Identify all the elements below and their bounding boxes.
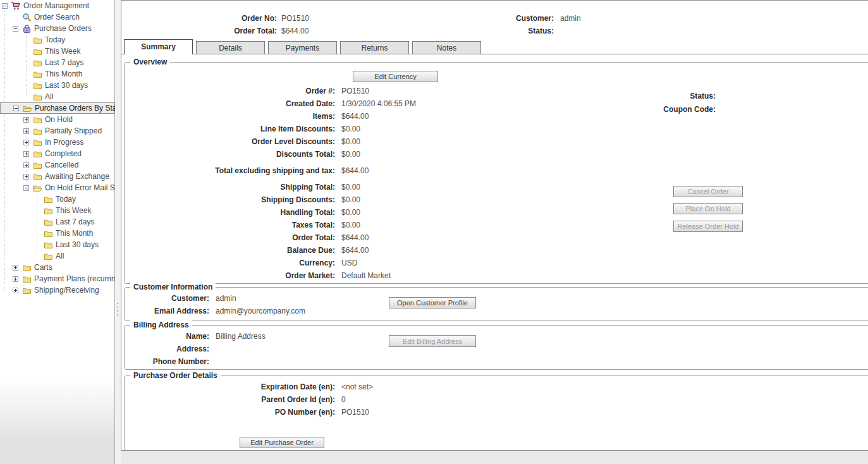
tree-item[interactable]: Awaiting Exchange — [0, 171, 114, 182]
collapse-minus-icon[interactable] — [13, 106, 19, 111]
tree-item-label: Carts — [34, 263, 55, 272]
release-order-hold-button[interactable]: Release Order Hold — [673, 221, 743, 232]
field-row: Expiration Date (en):<not set> — [125, 381, 567, 393]
field-label: Parent Order Id (en): — [125, 396, 335, 404]
expand-plus-icon[interactable] — [23, 151, 29, 157]
field-row: Order Market:Default Market — [125, 269, 567, 282]
folder-open-icon — [32, 183, 42, 193]
tree-item[interactable]: Last 7 days — [0, 57, 114, 68]
tab-notes[interactable]: Notes — [412, 41, 481, 54]
tree-item[interactable]: On Hold — [0, 114, 114, 125]
order-management-tree: Order ManagementOrder SearchPurchase Ord… — [0, 0, 114, 296]
expand-plus-icon[interactable] — [23, 128, 29, 134]
tree-item[interactable]: Today — [0, 34, 114, 46]
order-total-value: $644.00 — [281, 27, 309, 35]
tree-item-label: Last 7 days — [56, 217, 97, 226]
tree-item[interactable]: Carts — [0, 262, 114, 273]
expand-plus-icon[interactable] — [13, 276, 18, 282]
folder-icon — [21, 263, 32, 272]
tree-item[interactable]: This Week — [0, 46, 114, 57]
field-value: $644.00 — [341, 246, 369, 255]
tree-item-label: All — [45, 92, 56, 101]
folder-icon — [43, 229, 53, 238]
tree-item[interactable]: This Week — [0, 205, 114, 216]
tree-item[interactable]: Last 7 days — [0, 216, 114, 228]
tree-item[interactable]: All — [0, 91, 114, 102]
folder-icon — [32, 149, 42, 159]
field-row: Parent Order Id (en):0 — [125, 393, 567, 406]
field-label: Phone Number: — [125, 358, 209, 366]
expand-plus-icon[interactable] — [13, 288, 18, 293]
expand-plus-icon[interactable] — [23, 162, 29, 168]
tab-returns[interactable]: Returns — [340, 41, 409, 54]
tree-item[interactable]: In Progress — [0, 137, 114, 148]
collapse-minus-icon[interactable] — [13, 26, 18, 32]
field-row: PO Number (en):PO1510 — [125, 406, 567, 418]
folder-icon — [43, 217, 53, 227]
expand-plus-icon[interactable] — [13, 265, 18, 271]
navigation-sidebar: Order ManagementOrder SearchPurchase Ord… — [0, 0, 115, 464]
tree-item[interactable]: On Hold Error Mail Sent — [0, 182, 114, 193]
tree-item[interactable]: Last 30 days — [0, 80, 114, 91]
tree-item[interactable]: Order Management — [0, 0, 114, 11]
tree-item[interactable]: Last 30 days — [0, 239, 114, 250]
field-label: Shipping Total: — [125, 183, 335, 192]
field-label: Line Item Discounts: — [125, 125, 335, 133]
place-on-hold-button[interactable]: Place On Hold — [673, 203, 743, 214]
tree-item-label: This Week — [56, 206, 94, 215]
open-customer-profile-button[interactable]: Open Customer Profile — [389, 297, 476, 308]
field-row: Currency:USD — [125, 257, 567, 269]
collapse-minus-icon[interactable] — [23, 185, 29, 191]
folder-icon — [43, 195, 53, 204]
expand-plus-icon[interactable] — [23, 117, 29, 123]
collapse-minus-icon[interactable] — [2, 3, 8, 9]
tree-item[interactable]: This Month — [0, 68, 114, 80]
tree-item[interactable]: All — [0, 250, 114, 262]
field-label: Name: — [125, 333, 209, 341]
tree-item[interactable]: This Month — [0, 228, 114, 239]
folder-open-icon — [22, 104, 32, 113]
tree-item[interactable]: Today — [0, 193, 114, 205]
tree-item[interactable]: Completed — [0, 148, 114, 159]
folder-icon — [32, 70, 42, 79]
tree-item[interactable]: Cancelled — [0, 159, 114, 171]
folder-icon — [32, 161, 42, 170]
tree-item-label: Cancelled — [45, 161, 81, 169]
field-value: admin — [216, 294, 236, 303]
tab-payments[interactable]: Payments — [268, 41, 337, 54]
field-label: Taxes Total: — [125, 221, 335, 229]
folder-icon — [32, 58, 42, 68]
field-label: Discounts Total: — [125, 150, 335, 159]
field-value: $0.00 — [341, 125, 360, 133]
tab-summary[interactable]: Summary — [124, 39, 193, 54]
folder-icon — [43, 252, 53, 261]
cancel-order-button[interactable]: Cancel Order — [673, 186, 743, 197]
tree-item[interactable]: Order Search — [0, 11, 114, 23]
tree-item[interactable]: Purchase Orders By Status — [0, 102, 114, 114]
field-row: Line Item Discounts:$0.00 — [125, 123, 567, 135]
field-label: Balance Due: — [125, 247, 335, 255]
tab-details[interactable]: Details — [196, 41, 265, 54]
tree-item-label: Completed — [45, 149, 84, 158]
tree-item-label: Order Search — [34, 13, 82, 21]
sidebar-splitter[interactable] — [115, 0, 121, 464]
tree-item-label: This Week — [45, 47, 83, 56]
edit-purchase-order-button[interactable]: Edit Purchase Order — [240, 437, 324, 448]
field-row: Shipping Discounts:$0.00 — [125, 193, 567, 206]
folder-icon — [32, 47, 42, 56]
edit-billing-address-button[interactable]: Edit Billing Address — [389, 335, 476, 347]
expand-plus-icon[interactable] — [23, 140, 29, 145]
tree-item[interactable]: Payment Plans (recurring) — [0, 273, 114, 284]
expand-plus-icon[interactable] — [23, 174, 29, 180]
tree-item-label: Shipping/Receiving — [34, 286, 102, 295]
edit-currency-button[interactable]: Edit Currency — [353, 71, 438, 82]
field-row: Order Total:$644.00 — [125, 231, 567, 244]
field-value: $644.00 — [341, 166, 369, 175]
field-row: Discounts Total:$0.00 — [125, 148, 567, 161]
tree-item[interactable]: Shipping/Receiving — [0, 284, 114, 296]
field-row: Taxes Total:$0.00 — [125, 219, 567, 231]
field-row: Coupon Code: — [125, 103, 722, 116]
tree-item[interactable]: Partially Shipped — [0, 125, 114, 137]
tree-item[interactable]: Purchase Orders — [0, 23, 114, 34]
purchase-order-details-groupbox: Purchase Order Details Expiration Date (… — [124, 375, 868, 451]
